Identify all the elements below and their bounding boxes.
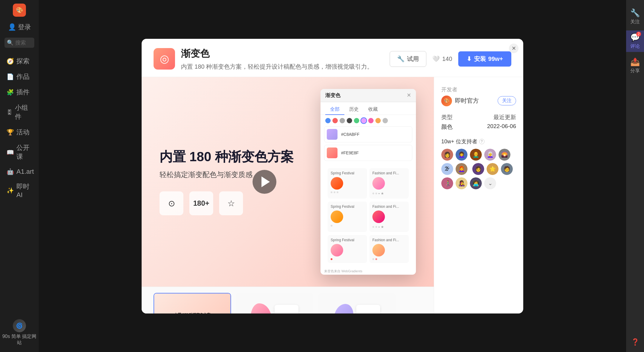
developer-name: 即时官方 [455,97,479,105]
sidebar-item-label: 小组件 [15,103,32,121]
developer-label: 开发者 [441,86,516,93]
gradient-item-2: #FE9E8F [324,145,412,161]
mockup-tab-history[interactable]: 历史 [344,104,363,115]
color-dot[interactable] [354,118,359,123]
card-icon: ▪ ★ [378,225,384,229]
color-dot[interactable] [383,118,388,123]
like-button[interactable]: 🤍 140 [432,55,452,62]
sidebar-item-widgets[interactable]: 🎛 小组件 [2,100,37,124]
supporter-avatar: 👩‍🦰 [456,163,467,175]
supporter-avatar: 🧑 [501,163,513,175]
plugin-info: 渐变色 内置 180 种渐变色方案，轻松提升设计稿配色与质感，增强视觉吸引力。 [181,47,384,71]
plugins-icon: 🧩 [7,89,14,96]
color-dot-selected[interactable] [361,118,366,123]
thumbnail-2[interactable] [236,293,313,313]
mockup-tab-favorites[interactable]: 收藏 [363,104,383,115]
login-button[interactable]: 👤 登录 [8,23,31,32]
card-circle [372,177,385,190]
right-panel-share[interactable]: 📤 分享 [626,55,644,76]
card-name: Fashion and Fi... [372,171,399,175]
follow-icon-wrapper: 🔧 [630,8,640,18]
mockup-tabs: 全部 历史 收藏 [321,102,416,115]
sidebar-item-works[interactable]: 📄 作品 [2,69,37,84]
card-name: Spring Festival [331,238,354,242]
search-bar[interactable]: 🔍 搜索 [4,38,34,48]
show-more-supporters[interactable]: ⌄ [484,177,496,189]
sidebar-item-courses[interactable]: 📖 公开课 [2,140,37,164]
card-dot [334,191,335,193]
value-row: 颜色 2022-06-06 [441,123,516,131]
badge-count: 180+ [193,199,209,207]
developer-section: 开发者 🎨 即时官方 关注 [441,86,516,106]
sidebar-item-label: 作品 [16,72,30,81]
mockup-card-row-2: Spring Festival Fashion and Fi... [324,200,412,232]
comment-icon-wrapper: 💬 2 [630,33,640,42]
install-button[interactable]: ⬇ 安装 99w+ [458,51,511,67]
update-label: 最近更新 [493,113,516,121]
trial-button[interactable]: 🔧 试用 [390,51,426,67]
mockup-tab-all[interactable]: 全部 [325,104,344,115]
sidebar-item-label: 插件 [16,88,30,97]
like-icon: 🤍 [432,55,440,62]
widgets-icon: 🎛 [7,109,13,116]
trial-icon: 🔧 [397,55,405,62]
supporter-avatar: 👩‍🎤 [456,177,467,189]
avatar-img: 👩‍🦰 [456,163,467,175]
modal-overlay: ✕ ◎ 渐变色 内置 180 种渐变色方案，轻松提升设计稿配色与质感，增强视觉吸… [39,0,626,352]
sidebar-item-label: A1.art [16,168,34,176]
supporter-avatar: 👨‍🦯 [441,177,453,189]
preview-content: 内置 180 种渐变色方案 轻松搞定渐变配色与渐变质感 ⊙ 180+ [142,77,434,287]
sidebar-item-label: 活动 [16,128,30,137]
thumbnail-strip: 内置 180 种渐变色方案 轻松搞定渐变配色与渐变质感 [142,287,434,313]
install-count: 99w+ [488,56,503,62]
follow-icon: 🔧 [630,8,640,17]
app-logo[interactable]: 🎨 [13,4,26,17]
like-count: 140 [442,56,452,62]
thumbnail-3[interactable] [318,293,396,313]
dev-avatar-icon: 🎨 [444,98,450,104]
right-panel-comment[interactable]: 💬 2 评论 [626,30,644,52]
modal-body: 内置 180 种渐变色方案 轻松搞定渐变配色与渐变质感 ⊙ 180+ [142,77,523,313]
supporters-help-icon[interactable]: ? [479,139,484,144]
thumbnail-1[interactable]: 内置 180 种渐变色方案 轻松搞定渐变配色与渐变质感 [154,293,231,313]
mockup-card: Spring Festival [328,202,367,232]
avatar-img: 👩‍🦱 [456,149,467,161]
color-dot[interactable] [325,118,331,123]
modal-close-button[interactable]: ✕ [509,44,518,53]
works-icon: 📄 [7,73,14,80]
gradient-code-2: #FE9E8F [341,150,359,155]
mockup-color-dots [321,115,416,126]
follow-button[interactable]: 关注 [498,96,516,105]
mockup-gradient-list: #C8ABFF #FE9E8F [321,126,416,165]
card-dot [331,225,332,227]
sidebar-item-ai[interactable]: ✨ 即时 AI [2,179,37,202]
mockup-card: Fashion and Fi... [369,235,409,263]
sidebar-item-a1art[interactable]: 🤖 A1.art [2,165,37,179]
card-circle [331,244,343,256]
color-dot[interactable] [340,118,345,123]
mockup-footer: 来变色来自 WebGradients [321,268,416,275]
help-icon[interactable]: ❓ [631,338,639,346]
color-dot[interactable] [375,118,381,123]
gradient-code-1: #C8ABFF [341,132,359,137]
right-panel: 🔧 关注 💬 2 评论 📤 分享 ❓ [626,0,644,352]
card-dot [372,193,374,194]
sidebar-item-events[interactable]: 🏆 活动 [2,125,37,140]
card-circle [372,210,385,223]
color-dot[interactable] [332,118,338,123]
preview-heading: 内置 180 种渐变色方案 [160,148,303,165]
install-label: 安装 [474,55,486,63]
color-dot[interactable] [347,118,352,123]
avatar-img: 🧑‍💻 [470,177,482,189]
preview-badges: ⊙ 180+ ☆ [160,191,303,215]
user-icon: 👤 [8,23,16,31]
mockup-card: Spring Festival [328,235,367,263]
right-panel-follow[interactable]: 🔧 关注 [626,6,644,27]
sidebar-item-plugins[interactable]: 🧩 插件 [2,85,37,100]
video-play-button[interactable] [253,170,276,194]
promo-label: 90s 简单 搞定网站 [0,333,39,346]
sidebar-bottom-promo[interactable]: 🌀 90s 简单 搞定网站 [0,319,39,346]
card-dot [331,258,332,260]
sidebar-item-explore[interactable]: 🧭 探索 [2,54,37,69]
color-dot[interactable] [368,118,374,123]
